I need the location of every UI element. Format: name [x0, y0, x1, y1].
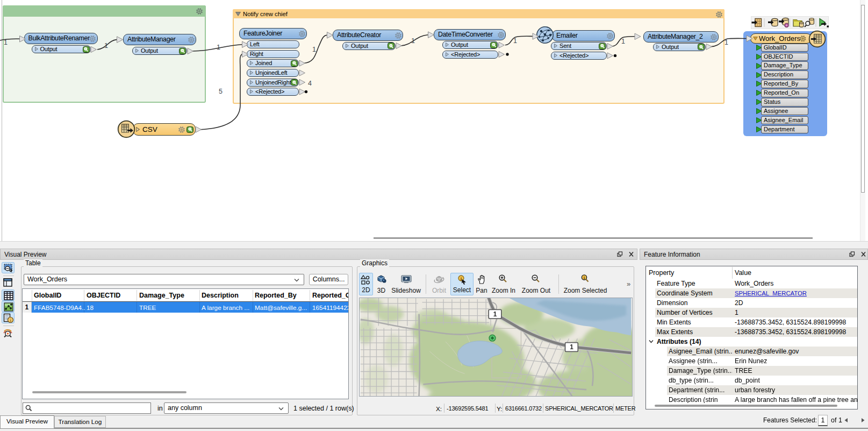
svg-text:1: 1: [570, 343, 573, 351]
svg-text:1: 1: [493, 310, 497, 318]
